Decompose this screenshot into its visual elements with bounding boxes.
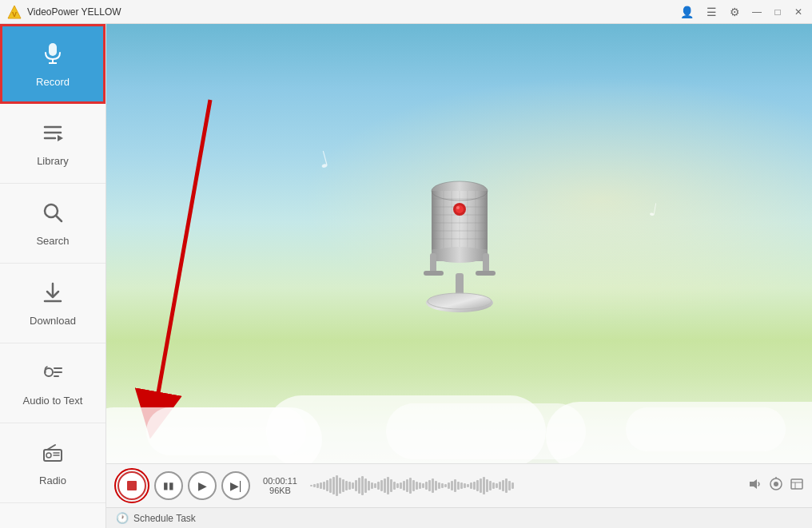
svg-marker-8	[58, 135, 63, 141]
wave-bar	[403, 481, 405, 490]
wave-bar	[489, 481, 492, 490]
player-bar: ▮▮ ▶ ▶| 00:00:11 96KB	[106, 463, 812, 507]
svg-rect-42	[483, 253, 489, 273]
wave-bar	[396, 483, 399, 488]
pause-button[interactable]: ▮▮	[154, 471, 183, 500]
wave-bar	[454, 479, 456, 492]
wave-bar	[432, 478, 434, 493]
svg-point-37	[456, 205, 464, 213]
sidebar-item-download[interactable]: Download	[0, 264, 105, 343]
wave-bar	[342, 479, 344, 492]
audio-to-text-icon	[41, 360, 65, 390]
schedule-bar: 🕐 Schedule Task	[106, 507, 812, 528]
wave-bar	[483, 477, 485, 494]
wave-bar	[451, 481, 453, 490]
library-icon	[41, 121, 65, 150]
svg-point-52	[774, 482, 778, 486]
waveform-display	[310, 474, 737, 498]
wave-bar	[316, 483, 319, 488]
wave-bar	[326, 480, 328, 491]
stop-button-wrapper	[114, 468, 149, 503]
wave-bar	[511, 482, 514, 489]
record-mode-icon[interactable]	[769, 477, 783, 494]
wave-bar	[412, 480, 415, 491]
microphone-illustration	[396, 147, 523, 323]
wave-bar	[492, 482, 495, 489]
wave-bar	[502, 480, 504, 491]
wave-bar	[352, 482, 354, 489]
wave-bar	[508, 481, 511, 490]
wave-bar	[486, 479, 488, 492]
wave-bar	[348, 482, 351, 490]
skip-button[interactable]: ▶|	[221, 471, 250, 500]
wave-bar	[384, 478, 386, 493]
wave-bar	[425, 482, 428, 490]
sidebar: Record Library Search	[0, 24, 106, 528]
svg-rect-44	[476, 271, 496, 276]
svg-line-10	[56, 216, 62, 221]
wave-bar	[361, 476, 364, 495]
svg-point-18	[46, 453, 51, 458]
svg-rect-40	[432, 249, 488, 261]
sidebar-item-radio-label: Radio	[39, 474, 66, 486]
wave-bar	[448, 482, 450, 489]
sidebar-item-record-label: Record	[36, 76, 70, 88]
app-logo: V	[6, 4, 22, 20]
wave-bar	[358, 478, 360, 494]
microphone-icon	[40, 40, 66, 71]
wave-bar	[435, 481, 437, 490]
sidebar-item-search[interactable]: Search	[0, 184, 105, 264]
wave-bar	[444, 484, 447, 487]
svg-rect-41	[430, 253, 436, 273]
svg-rect-54	[791, 479, 802, 489]
wave-bar	[380, 480, 383, 491]
size-value: 96KB	[269, 486, 291, 495]
close-button[interactable]: ✕	[791, 5, 806, 19]
wave-bar	[320, 482, 322, 489]
sidebar-item-audio-to-text-label: Audio to Text	[23, 395, 83, 407]
wave-bar	[457, 482, 460, 490]
wave-bar	[496, 483, 498, 488]
sidebar-item-search-label: Search	[36, 235, 69, 247]
clouds-area	[106, 383, 812, 463]
list-icon[interactable]: ☰	[703, 4, 720, 20]
wave-bar	[406, 479, 408, 492]
wave-bar	[409, 478, 412, 494]
settings-panel-icon[interactable]	[790, 477, 804, 494]
stop-button[interactable]	[117, 471, 146, 500]
sidebar-item-library[interactable]: Library	[0, 104, 105, 184]
settings-icon[interactable]: ⚙	[726, 4, 743, 20]
wave-bar	[470, 482, 472, 489]
wave-bar	[313, 484, 316, 487]
svg-rect-43	[424, 271, 444, 276]
maximize-button[interactable]: □	[770, 5, 785, 19]
wave-bar	[339, 478, 341, 494]
wave-bar	[336, 475, 338, 496]
wave-bar	[345, 481, 348, 490]
wave-bar	[416, 482, 418, 490]
sidebar-item-radio[interactable]: Radio	[0, 423, 105, 503]
svg-point-38	[456, 206, 460, 209]
minimize-button[interactable]: —	[750, 5, 764, 19]
wave-bar	[393, 482, 396, 490]
sidebar-item-record[interactable]: Record	[0, 24, 105, 104]
volume-icon[interactable]	[748, 477, 762, 494]
wave-bar	[467, 484, 469, 487]
radio-icon	[41, 440, 65, 470]
skip-icon: ▶|	[230, 479, 242, 492]
titlebar: V VideoPower YELLOW 👤 ☰ ⚙ — □ ✕	[0, 0, 812, 24]
sidebar-item-audio-to-text[interactable]: Audio to Text	[0, 343, 105, 423]
stop-icon	[127, 481, 137, 490]
content-area: ♩ ♩	[106, 24, 812, 528]
wave-bar	[438, 482, 440, 489]
schedule-label[interactable]: Schedule Task	[133, 513, 196, 524]
wave-bar	[464, 483, 466, 488]
pause-icon: ▮▮	[163, 480, 174, 491]
wave-bar	[460, 482, 463, 489]
wave-bar	[419, 482, 421, 489]
player-right-controls	[748, 477, 804, 494]
user-icon[interactable]: 👤	[677, 4, 697, 20]
wave-bar	[332, 477, 335, 494]
wave-bar	[499, 482, 501, 490]
play-button[interactable]: ▶	[188, 471, 217, 500]
